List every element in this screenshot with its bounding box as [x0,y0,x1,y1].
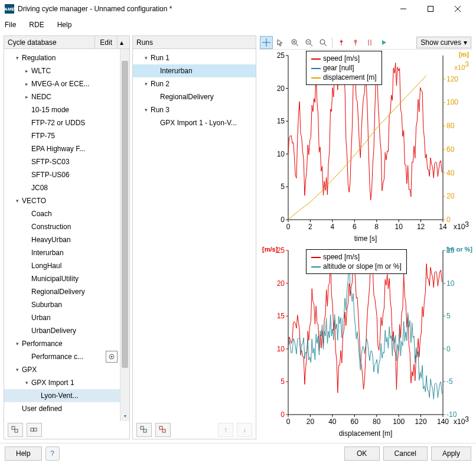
tree-regulation[interactable]: Regulation [21,54,56,62]
svg-text:140: 140 [437,418,449,426]
crosshair-tool[interactable] [260,36,273,49]
svg-text:-5: -5 [446,377,453,386]
svg-text:x103: x103 [454,220,469,231]
tree-ftp75[interactable]: FTP-75 [30,132,55,140]
svg-text:6: 6 [353,223,357,231]
svg-text:40: 40 [446,169,455,177]
titlebar: AME Driving cycle manager - Unnamed conf… [0,0,476,18]
close-button[interactable] [444,0,471,18]
menu-help[interactable]: Help [57,21,72,29]
svg-text:60: 60 [446,145,455,154]
tree-ftp72[interactable]: FTP-72 or UDDS [30,119,85,127]
svg-text:time [s]: time [s] [354,234,377,243]
tree-urbandel[interactable]: UrbanDelivery [30,327,76,335]
tree-regional[interactable]: RegionalDelivery [30,288,85,296]
tree-heavy[interactable]: HeavyUrban [30,236,71,244]
svg-text:15: 15 [277,117,285,125]
chart-time[interactable]: 024681012140510152025020406080100120time… [259,50,472,244]
help-button[interactable]: Help [5,446,42,461]
svg-text:displacement [m]: displacement [m] [339,429,393,438]
run-2[interactable]: Run 2 [149,80,169,88]
svg-rect-9 [34,428,37,431]
pointer-tool[interactable] [274,36,287,49]
tree-mveg[interactable]: MVEG-A or ECE... [30,80,90,88]
svg-text:0: 0 [281,410,285,419]
tree-perfc[interactable]: Performance c... [30,353,83,361]
svg-text:80: 80 [446,122,455,130]
runs-btn-2[interactable] [155,423,171,437]
tree-perf[interactable]: Performance [21,340,63,348]
marker-3-tool[interactable] [363,36,376,49]
tree-municipal[interactable]: MunicipalUtility [30,275,79,283]
chart-toolbar: Show curves▾ [259,35,472,50]
svg-line-17 [296,44,298,46]
tree-urban[interactable]: Urban [30,314,51,322]
tree-userdef[interactable]: User defined [21,405,62,413]
tree-coach[interactable]: Coach [30,210,52,218]
move-down-button[interactable]: ↓ [237,423,252,437]
svg-text:10: 10 [277,345,285,353]
collapse-all-button[interactable] [27,423,42,437]
zoom-in-tool[interactable] [288,36,301,49]
svg-text:20: 20 [277,279,285,288]
tree-scrollbar[interactable]: ▾ [120,49,129,421]
tree-wltc[interactable]: WLTC [30,67,51,75]
menu-rde[interactable]: RDE [29,21,44,29]
tree-interurban[interactable]: Interurban [30,249,64,257]
run-3-gpx[interactable]: GPX Import 1 - Lyon-V... [159,119,237,127]
svg-text:10: 10 [277,150,285,158]
apply-button[interactable]: Apply [431,446,471,461]
zoom-out-tool[interactable] [302,36,315,49]
svg-rect-7 [15,429,18,432]
svg-point-5 [111,356,113,358]
app-icon: AME [5,4,14,14]
expand-all-button[interactable] [8,423,23,437]
ok-button[interactable]: OK [344,446,380,461]
runs-panel: Runs ▾Run 1 Interurban ▾Run 2 RegionalDe… [132,35,256,439]
svg-text:25: 25 [277,246,285,255]
scroll-up-icon[interactable]: ▴ [117,36,126,48]
run-1[interactable]: Run 1 [149,54,169,62]
play-tool[interactable] [377,36,390,49]
show-curves-button[interactable]: Show curves▾ [416,37,471,48]
run-1-interurban[interactable]: Interurban [159,67,193,75]
tree-suburban[interactable]: Suburban [30,301,62,309]
runs-btn-1[interactable] [136,423,152,437]
tree-vecto[interactable]: VECTO [21,197,46,205]
svg-text:14: 14 [439,223,447,231]
maximize-button[interactable] [417,0,444,18]
tree-gpx[interactable]: GPX [21,366,37,374]
svg-text:60: 60 [351,418,359,426]
runs-tree[interactable]: ▾Run 1 Interurban ▾Run 2 RegionalDeliver… [133,49,256,421]
cycle-tree[interactable]: ▾Regulation ▸WLTC ▸MVEG-A or ECE... ▸NED… [4,49,120,421]
tree-jc08[interactable]: JC08 [30,184,48,192]
move-up-button[interactable]: ↑ [218,423,233,437]
chart-displacement[interactable]: 0204060801001201400510152025-10-5051015d… [259,244,472,439]
svg-text:0: 0 [446,216,451,224]
gear-icon[interactable] [106,351,118,363]
run-3[interactable]: Run 3 [149,106,169,114]
tree-1015[interactable]: 10-15 mode [30,106,69,114]
tree-lyon[interactable]: Lyon-Vent... [40,392,79,400]
tree-longhaul[interactable]: LongHaul [30,262,61,270]
zoom-fit-tool[interactable] [317,36,330,49]
tree-epa[interactable]: EPA Highway F... [30,145,85,153]
menu-file[interactable]: File [5,21,16,29]
svg-text:5: 5 [281,377,285,386]
question-icon[interactable]: ? [45,446,60,461]
marker-1-tool[interactable] [335,36,348,49]
cancel-button[interactable]: Cancel [383,446,428,461]
marker-2-tool[interactable] [349,36,362,49]
tree-sftp03[interactable]: SFTP-SC03 [30,158,70,166]
tree-construction[interactable]: Construction [30,223,71,231]
tree-nedc[interactable]: NEDC [30,93,51,101]
tree-sftp06[interactable]: SFTP-US06 [30,171,70,179]
svg-rect-12 [159,426,162,429]
cycle-database-panel: Cycle database Edit ▴ ▾Regulation ▸WLTC … [4,35,130,439]
minimize-button[interactable] [390,0,417,18]
charts-panel: Show curves▾ 024681012140510152025020406… [259,35,472,439]
tree-gpximp[interactable]: GPX Import 1 [30,379,74,387]
run-2-regional[interactable]: RegionalDelivery [159,93,214,101]
edit-button[interactable]: Edit [94,36,117,48]
runs-title: Runs [136,38,153,47]
